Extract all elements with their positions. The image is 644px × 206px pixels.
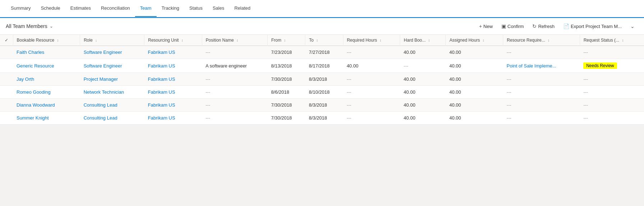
dash-value: --- [347, 102, 351, 108]
table-body: Faith CharlesSoftware EngineerFabrikam U… [0, 46, 644, 125]
dash-value: --- [347, 115, 351, 121]
role-link[interactable]: Software Engineer [84, 63, 122, 69]
row-checkbox[interactable] [0, 99, 13, 112]
sort-icon: ↕ [622, 38, 624, 42]
col-resourcing-unit[interactable]: Resourcing Unit ↕ [144, 35, 202, 46]
table-row: Romeo GoodingNetwork TechnicianFabrikam … [0, 86, 644, 99]
dash-value: --- [205, 102, 210, 108]
export-button[interactable]: 📄 Export Project Team M... [560, 22, 625, 31]
dash-value: --- [205, 50, 210, 55]
col-assigned-hours[interactable]: Assigned Hours ↕ [446, 35, 503, 46]
sort-icon: ↕ [548, 38, 550, 42]
resourcing-unit-link[interactable]: Fabrikam US [148, 89, 175, 95]
table-row: Jay OrthProject ManagerFabrikam US---7/3… [0, 73, 644, 86]
more-options-button[interactable]: ⌄ [627, 22, 638, 31]
hard-boo-cell: 40.00 [400, 86, 446, 99]
dash-value: --- [507, 76, 511, 82]
assigned-hours-cell: 40.00 [446, 46, 503, 59]
required-hours-cell: --- [343, 46, 400, 59]
position-name-cell: --- [202, 99, 267, 112]
select-all-checkbox-col[interactable]: ✓ [0, 35, 13, 46]
filter-dropdown-chevron[interactable]: ⌄ [50, 24, 53, 29]
col-bookable-resource[interactable]: Bookable Resource ↕ [13, 35, 80, 46]
from-cell: 7/23/2018 [268, 46, 305, 59]
resourcing-unit-link[interactable]: Fabrikam US [148, 76, 175, 82]
position-name-cell: A software engineer [202, 59, 267, 73]
table-row: Generic ResourceSoftware EngineerFabrika… [0, 59, 644, 73]
dash-value: --- [583, 102, 588, 108]
col-position-name[interactable]: Position Name ↕ [202, 35, 267, 46]
refresh-button[interactable]: ↻ Refresh [529, 22, 558, 31]
role-link[interactable]: Consulting Lead [84, 102, 117, 108]
resourcing-unit-link[interactable]: Fabrikam US [148, 102, 175, 108]
bookable-resource-link[interactable]: Summer Knight [17, 115, 49, 121]
resource-require-cell: Point of Sale Impleme... [503, 59, 580, 73]
dash-value: --- [347, 50, 351, 55]
filter-label[interactable]: All Team Members [6, 23, 47, 29]
role-link[interactable]: Network Technician [84, 89, 124, 95]
needs-review-badge: Needs Review [583, 62, 617, 69]
resource-require-link[interactable]: Point of Sale Impleme... [507, 63, 556, 69]
resourcing-unit-link[interactable]: Fabrikam US [148, 50, 175, 55]
hard-boo-cell: 40.00 [400, 73, 446, 86]
to-cell: 8/10/2018 [305, 86, 343, 99]
role-link[interactable]: Project Manager [84, 76, 118, 82]
row-checkbox[interactable] [0, 86, 13, 99]
bookable-resource-link[interactable]: Dianna Woodward [17, 102, 55, 108]
sort-icon: ↕ [428, 38, 430, 42]
toolbar: All Team Members ⌄ + New ▣ Confirm ↻ Ref… [0, 18, 644, 35]
bookable-resource-link[interactable]: Romeo Gooding [17, 89, 51, 95]
from-cell: 7/30/2018 [268, 73, 305, 86]
confirm-button[interactable]: ▣ Confirm [498, 22, 528, 31]
assigned-hours-cell: 40.00 [446, 99, 503, 112]
row-checkbox[interactable] [0, 59, 13, 73]
nav-item-summary[interactable]: Summary [6, 0, 36, 17]
role-link[interactable]: Software Engineer [84, 50, 122, 55]
resourcing-unit-link[interactable]: Fabrikam US [148, 63, 175, 69]
export-icon: 📄 [563, 23, 569, 29]
nav-item-reconciliation[interactable]: Reconciliation [96, 0, 135, 17]
sort-icon: ↕ [284, 38, 286, 42]
nav-item-schedule[interactable]: Schedule [36, 0, 65, 17]
sort-icon: ↕ [236, 38, 238, 42]
nav-item-tracking[interactable]: Tracking [157, 0, 184, 17]
hard-boo-cell: 40.00 [400, 112, 446, 125]
request-status-cell: --- [580, 86, 644, 99]
dash-value: --- [583, 115, 588, 121]
dash-value: --- [205, 115, 210, 121]
required-hours-cell: --- [343, 73, 400, 86]
resourcing-unit-link[interactable]: Fabrikam US [148, 115, 175, 121]
nav-item-team[interactable]: Team [135, 0, 157, 17]
new-label: New [483, 24, 493, 29]
checkmark-icon: ✓ [5, 38, 8, 43]
row-checkbox[interactable] [0, 73, 13, 86]
resource-require-cell: --- [503, 46, 580, 59]
bookable-resource-link[interactable]: Jay Orth [17, 76, 34, 82]
dash-value: --- [507, 89, 511, 95]
nav-item-sales[interactable]: Sales [208, 0, 230, 17]
export-label: Export Project Team M... [571, 24, 622, 29]
row-checkbox[interactable] [0, 46, 13, 59]
nav-item-estimates[interactable]: Estimates [65, 0, 96, 17]
dash-value: --- [583, 89, 588, 95]
bookable-resource-link[interactable]: Generic Resource [17, 63, 54, 69]
nav-item-related[interactable]: Related [229, 0, 255, 17]
required-hours-cell: --- [343, 99, 400, 112]
role-link[interactable]: Consulting Lead [84, 115, 117, 121]
col-required-hours[interactable]: Required Hours ↕ [343, 35, 400, 46]
col-hard-boo[interactable]: Hard Boo... ↕ [400, 35, 446, 46]
plus-icon: + [479, 23, 482, 29]
col-request-status[interactable]: Request Status (... ↕ [580, 35, 644, 46]
col-to[interactable]: To ↕ [305, 35, 343, 46]
toolbar-left: All Team Members ⌄ [6, 23, 473, 29]
col-role[interactable]: Role ↓ [80, 35, 144, 46]
from-cell: 7/30/2018 [268, 112, 305, 125]
col-from[interactable]: From ↕ [268, 35, 305, 46]
bookable-resource-link[interactable]: Faith Charles [17, 50, 44, 55]
sort-icon: ↕ [380, 38, 381, 42]
new-button[interactable]: + New [476, 22, 496, 31]
table-row: Summer KnightConsulting LeadFabrikam US-… [0, 112, 644, 125]
row-checkbox[interactable] [0, 112, 13, 125]
nav-item-status[interactable]: Status [184, 0, 208, 17]
col-resource-require[interactable]: Resource Require... ↕ [503, 35, 580, 46]
